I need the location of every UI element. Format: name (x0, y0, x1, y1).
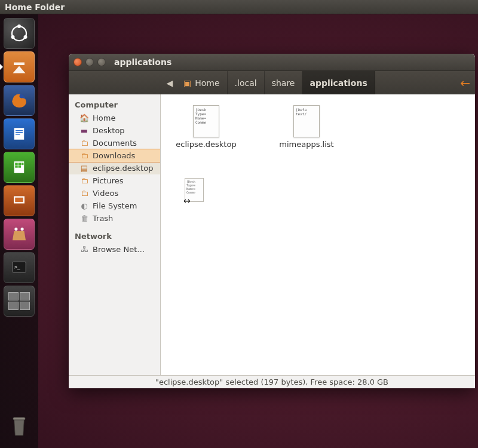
launcher-firefox-icon[interactable] (4, 85, 35, 116)
file-label: mimeapps.list (279, 140, 333, 149)
top-panel: Home Folder (0, 0, 478, 14)
sidebar-item-pictures[interactable]: 🗀 Pictures (69, 174, 160, 187)
home-icon: 🏠 (79, 113, 89, 122)
svg-rect-8 (16, 130, 23, 131)
window-title: applications (114, 57, 171, 67)
sidebar-item-browse-network[interactable]: 🖧 Browse Net… (69, 243, 160, 256)
svg-rect-13 (19, 163, 22, 165)
file-label: eclipse.desktop (176, 140, 236, 149)
svg-rect-23 (13, 418, 25, 420)
folder-icon: 🗀 (79, 176, 89, 185)
breadcrumb-label: applications (310, 78, 367, 88)
svg-rect-18 (15, 198, 23, 202)
launcher-dash-icon[interactable] (4, 18, 35, 49)
sidebar-head-network: Network (69, 229, 160, 243)
sidebar-item-label: Desktop (93, 126, 125, 135)
sidebar-item-eclipse-desktop[interactable]: ▤ eclipse.desktop (69, 162, 160, 174)
breadcrumb: ▣ Home .local share applications (176, 71, 375, 94)
sidebar-item-label: File System (93, 201, 137, 210)
svg-point-19 (14, 228, 17, 231)
svg-point-20 (21, 228, 24, 231)
maximize-button[interactable] (97, 58, 106, 66)
sidebar-item-label: Documents (93, 139, 137, 148)
breadcrumb-share[interactable]: share (265, 71, 303, 94)
disk-icon: ◐ (79, 201, 89, 210)
folder-icon: 🗀 (79, 189, 89, 198)
status-text: "eclipse.desktop" selected (197 bytes), … (155, 378, 388, 386)
sidebar-item-home[interactable]: 🏠 Home (69, 112, 160, 124)
svg-point-3 (24, 35, 27, 39)
close-button[interactable] (73, 58, 82, 66)
trash-icon: 🗑 (79, 214, 89, 223)
sidebar-item-filesystem[interactable]: ◐ File System (69, 200, 160, 212)
svg-marker-4 (13, 66, 26, 73)
network-icon: 🖧 (79, 245, 89, 254)
launcher-terminal-icon[interactable]: >_ (4, 252, 35, 283)
launcher: >_ (0, 14, 38, 448)
folder-icon: 🗀 (79, 139, 89, 148)
text-file-icon: [Defa text/ (293, 105, 320, 137)
breadcrumb-label: share (272, 78, 295, 88)
breadcrumb-local[interactable]: .local (228, 71, 265, 94)
home-icon: ▣ (183, 78, 191, 88)
text-file-icon: [Desk Type= Name= Comme (193, 105, 219, 137)
svg-rect-9 (16, 132, 23, 133)
launcher-writer-icon[interactable] (4, 118, 35, 149)
sidebar-head-computer: Computer (69, 98, 160, 112)
svg-rect-16 (19, 165, 22, 168)
launcher-calc-icon[interactable] (4, 152, 35, 183)
file-grid[interactable]: [Desk Type= Name= Comme eclipse.desktop … (161, 94, 475, 375)
sidebar-item-label: Home (93, 113, 115, 122)
sidebar-item-trash[interactable]: 🗑 Trash (69, 212, 160, 225)
svg-rect-12 (15, 163, 18, 165)
titlebar[interactable]: applications (69, 54, 475, 70)
folder-icon: 🗀 (79, 151, 89, 160)
breadcrumb-home[interactable]: ▣ Home (176, 71, 228, 94)
launcher-impress-icon[interactable] (4, 185, 35, 216)
sidebar-item-label: Browse Net… (93, 245, 145, 254)
sidebar: Computer 🏠 Home ▬ Desktop 🗀 Documents 🗀 … (69, 94, 161, 375)
breadcrumb-label: .local (235, 78, 257, 88)
file-mimeapps-list[interactable]: [Defa text/ mimeapps.list (271, 105, 342, 149)
launcher-workspace-icon[interactable] (4, 286, 35, 317)
svg-point-0 (12, 26, 26, 41)
launcher-trash-icon[interactable] (5, 411, 33, 441)
sidebar-item-downloads[interactable]: 🗀 Downloads (69, 149, 160, 162)
sidebar-item-label: Videos (93, 189, 118, 198)
desktop-icon: ▬ (79, 126, 89, 135)
launcher-software-center-icon[interactable] (4, 219, 35, 250)
top-panel-title: Home Folder (5, 2, 65, 12)
path-toolbar: ◀ ▣ Home .local share applications ← (69, 70, 475, 94)
svg-rect-14 (22, 163, 24, 165)
svg-point-2 (11, 35, 15, 39)
toolbar-back-arrow-icon[interactable]: ← (460, 76, 470, 90)
sidebar-item-documents[interactable]: 🗀 Documents (69, 137, 160, 149)
sidebar-item-label: eclipse.desktop (93, 164, 153, 173)
sidebar-item-desktop[interactable]: ▬ Desktop (69, 124, 160, 137)
breadcrumb-label: Home (195, 78, 219, 88)
sidebar-item-label: Trash (93, 214, 113, 223)
status-bar: "eclipse.desktop" selected (197 bytes), … (69, 375, 475, 388)
file-manager-window: applications ◀ ▣ Home .local share appli… (69, 54, 475, 388)
breadcrumb-back-icon[interactable]: ◀ (163, 78, 176, 88)
sidebar-item-label: Downloads (93, 151, 135, 160)
breadcrumb-applications[interactable]: applications (302, 71, 375, 94)
minimize-button[interactable] (85, 58, 94, 66)
svg-text:>_: >_ (14, 265, 20, 270)
svg-rect-5 (14, 63, 24, 66)
svg-rect-15 (15, 165, 18, 168)
launcher-files-icon[interactable] (4, 51, 35, 82)
file-icon: ▤ (79, 164, 89, 173)
sidebar-item-videos[interactable]: 🗀 Videos (69, 187, 160, 200)
sidebar-item-label: Pictures (93, 176, 123, 185)
file-eclipse-desktop[interactable]: [Desk Type= Name= Comme eclipse.desktop (170, 105, 242, 149)
svg-rect-10 (16, 134, 20, 135)
svg-point-1 (17, 24, 21, 28)
